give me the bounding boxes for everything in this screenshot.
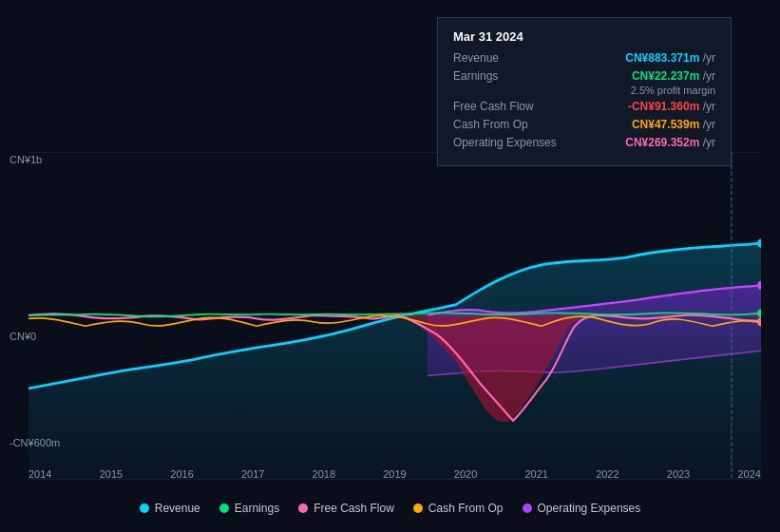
legend-item-opex[interactable]: Operating Expenses (523, 502, 641, 515)
legend-dot-opex (523, 504, 532, 513)
legend-item-revenue[interactable]: Revenue (140, 502, 200, 515)
legend-dot-revenue (140, 504, 149, 513)
tooltip-label-opex: Operating Expenses (453, 136, 567, 149)
tooltip-value-opex: CN¥269.352m /yr (625, 136, 715, 149)
x-label-2016: 2016 (170, 468, 193, 480)
tooltip-label-earnings: Earnings (453, 69, 567, 83)
tooltip-row-earnings: Earnings CN¥22.237m /yr (453, 69, 715, 83)
legend-label-fcf: Free Cash Flow (314, 502, 394, 515)
legend-label-opex: Operating Expenses (538, 502, 641, 515)
chart-area (29, 152, 761, 480)
x-label-2024: 2024 (737, 468, 760, 480)
tooltip-label-cashfromop: Cash From Op (453, 118, 567, 131)
legend-dot-cashfromop (413, 504, 423, 513)
legend-label-earnings: Earnings (235, 502, 279, 515)
tooltip-row-fcf: Free Cash Flow -CN¥91.360m /yr (453, 100, 715, 113)
x-label-2020: 2020 (454, 468, 477, 480)
legend-dot-earnings (219, 504, 229, 513)
x-label-2023: 2023 (667, 468, 690, 480)
x-label-2014: 2014 (29, 468, 51, 480)
x-label-2018: 2018 (313, 468, 335, 480)
chart-svg (29, 152, 761, 480)
legend-label-cashfromop: Cash From Op (428, 502, 504, 515)
x-label-2022: 2022 (596, 468, 618, 480)
tooltip-row-revenue: Revenue CN¥883.371m /yr (453, 51, 715, 65)
tooltip-value-earnings: CN¥22.237m /yr (632, 69, 715, 83)
legend-item-fcf[interactable]: Free Cash Flow (298, 502, 394, 515)
tooltip-profit-margin: 2.5% profit margin (453, 85, 715, 96)
tooltip-box: Mar 31 2024 Revenue CN¥883.371m /yr Earn… (437, 17, 732, 166)
legend-label-revenue: Revenue (155, 502, 200, 515)
legend-item-earnings[interactable]: Earnings (219, 502, 279, 515)
legend-dot-fcf (298, 504, 308, 513)
tooltip-date: Mar 31 2024 (453, 29, 715, 44)
tooltip-row-cashfromop: Cash From Op CN¥47.539m /yr (453, 118, 715, 131)
legend: Revenue Earnings Free Cash Flow Cash Fro… (0, 502, 780, 515)
x-labels: 2014 2015 2016 2017 2018 2019 2020 2021 … (29, 468, 761, 480)
tooltip-label-revenue: Revenue (453, 51, 567, 65)
tooltip-label-fcf: Free Cash Flow (453, 100, 567, 113)
x-label-2019: 2019 (383, 468, 406, 480)
tooltip-value-fcf: -CN¥91.360m /yr (628, 100, 715, 113)
chart-container: Mar 31 2024 Revenue CN¥883.371m /yr Earn… (0, 0, 780, 532)
tooltip-value-revenue: CN¥883.371m /yr (625, 51, 715, 65)
tooltip-value-cashfromop: CN¥47.539m /yr (632, 118, 715, 131)
tooltip-row-opex: Operating Expenses CN¥269.352m /yr (453, 136, 715, 149)
x-label-2015: 2015 (100, 468, 123, 480)
x-label-2021: 2021 (524, 468, 547, 480)
x-label-2017: 2017 (241, 468, 264, 480)
legend-item-cashfromop[interactable]: Cash From Op (413, 502, 504, 515)
